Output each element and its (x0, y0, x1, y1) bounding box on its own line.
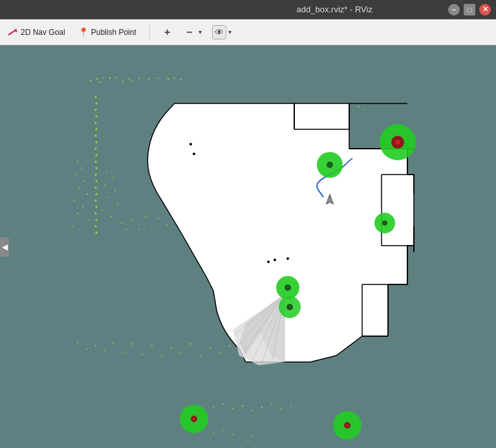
svg-point-52 (104, 184, 105, 185)
svg-point-16 (132, 80, 133, 81)
svg-point-20 (96, 116, 98, 118)
svg-point-11 (174, 78, 175, 79)
svg-point-82 (219, 352, 221, 353)
svg-point-39 (77, 161, 78, 162)
svg-point-144 (285, 284, 291, 291)
view-dropdown-button[interactable]: ▾ (226, 25, 234, 39)
svg-point-48 (89, 219, 90, 220)
obstacle-marker-1 (380, 124, 416, 160)
svg-point-30 (96, 180, 98, 182)
svg-point-7 (138, 78, 140, 79)
svg-point-18 (96, 103, 98, 105)
svg-point-37 (95, 226, 97, 228)
close-button[interactable]: ✕ (479, 4, 491, 16)
svg-point-41 (76, 174, 77, 175)
svg-point-70 (104, 350, 105, 351)
svg-point-21 (95, 122, 97, 124)
svg-point-103 (213, 432, 214, 434)
svg-point-79 (190, 343, 191, 345)
minimize-button[interactable]: − (448, 4, 460, 16)
svg-point-27 (95, 161, 97, 163)
svg-point-96 (232, 408, 233, 409)
svg-point-153 (189, 143, 192, 145)
svg-point-38 (96, 232, 98, 234)
svg-point-23 (95, 135, 97, 137)
svg-point-54 (108, 197, 109, 198)
obstacle-marker-2 (317, 152, 343, 178)
view-group: 👁 ▾ (212, 25, 234, 39)
svg-point-47 (77, 213, 78, 214)
bottom-status: ... (245, 436, 250, 443)
svg-point-31 (95, 187, 97, 189)
svg-point-12 (180, 79, 182, 80)
map-canvas (0, 45, 496, 448)
svg-point-154 (193, 153, 195, 155)
svg-point-42 (83, 180, 85, 182)
window-controls: − □ ✕ (444, 4, 491, 16)
svg-point-59 (125, 229, 127, 230)
svg-point-55 (117, 203, 118, 204)
svg-point-28 (96, 167, 98, 169)
panel-collapse-handle[interactable]: ◀ (0, 237, 9, 257)
svg-point-57 (111, 216, 112, 217)
zoom-in-button[interactable]: + (160, 25, 175, 39)
svg-point-56 (102, 209, 103, 211)
svg-point-19 (95, 109, 97, 111)
svg-point-49 (72, 226, 73, 227)
svg-point-62 (145, 216, 146, 217)
window-title: add_box.rviz* - RViz (225, 5, 445, 14)
zoom-out-button[interactable]: − (182, 25, 197, 39)
rviz-viewport[interactable]: ◀ ... (0, 45, 496, 448)
svg-point-74 (142, 354, 143, 355)
svg-point-157 (286, 257, 289, 260)
svg-point-152 (346, 424, 349, 427)
svg-point-140 (327, 162, 333, 168)
view-button[interactable]: 👁 (212, 25, 226, 39)
svg-point-98 (252, 410, 253, 411)
nav-goal-label: 2D Nav Goal (21, 28, 65, 37)
svg-point-156 (274, 259, 276, 261)
maximize-button[interactable]: □ (464, 4, 475, 16)
svg-point-149 (193, 418, 195, 420)
svg-point-58 (121, 222, 122, 224)
svg-point-64 (158, 218, 159, 219)
svg-point-4 (109, 78, 111, 79)
svg-point-97 (242, 405, 243, 407)
svg-point-68 (87, 348, 88, 350)
svg-point-14 (100, 81, 101, 83)
svg-point-26 (96, 155, 98, 156)
svg-point-75 (151, 345, 153, 347)
svg-point-80 (200, 355, 201, 356)
svg-point-35 (95, 213, 97, 215)
nav-goal-tool[interactable]: 2D Nav Goal (5, 27, 68, 38)
obstacle-marker-5 (279, 296, 301, 318)
svg-point-25 (95, 148, 97, 150)
svg-point-67 (77, 342, 78, 343)
svg-point-155 (267, 261, 270, 263)
publish-point-label: Publish Point (91, 28, 136, 37)
svg-point-61 (138, 229, 140, 230)
svg-point-146 (286, 304, 293, 310)
svg-point-107 (252, 436, 253, 437)
svg-point-69 (95, 345, 96, 347)
svg-point-17 (95, 96, 97, 98)
svg-point-102 (290, 405, 292, 407)
svg-point-135 (327, 198, 332, 203)
publish-point-tool[interactable]: 📍 Publish Point (76, 26, 139, 38)
svg-point-78 (180, 352, 182, 353)
svg-point-3 (103, 77, 104, 78)
svg-point-22 (96, 129, 98, 131)
svg-point-32 (96, 193, 98, 195)
zoom-dropdown-button[interactable]: ▾ (197, 25, 204, 39)
svg-point-81 (210, 347, 211, 348)
svg-point-72 (122, 352, 124, 353)
zoom-out-group: − ▾ (182, 25, 204, 39)
svg-point-76 (161, 355, 162, 356)
obstacle-marker-7 (333, 411, 361, 440)
svg-point-29 (95, 174, 97, 176)
svg-point-10 (167, 78, 169, 80)
svg-point-51 (113, 177, 114, 178)
svg-point-142 (382, 220, 387, 226)
svg-point-34 (96, 206, 98, 208)
svg-point-24 (96, 142, 98, 144)
